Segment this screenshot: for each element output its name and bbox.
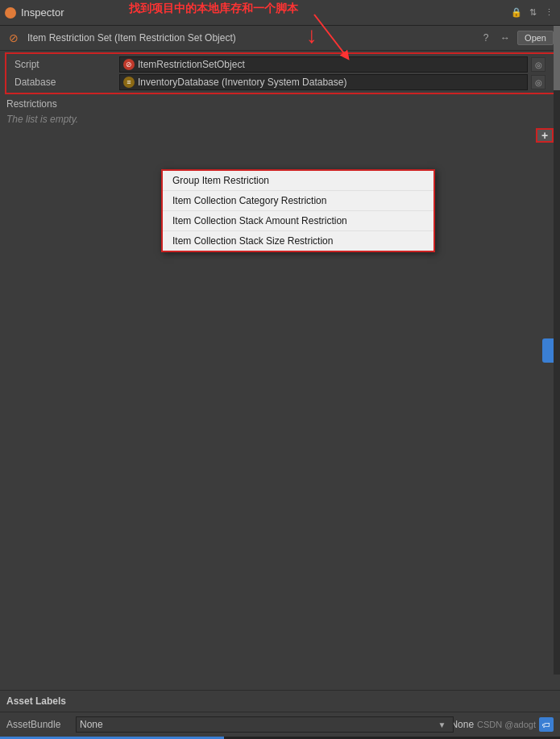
object-restrict-icon: ⊘ [6, 31, 21, 45]
ab-right-section: None CSDN @adogt 🏷 [450, 717, 554, 732]
title-bar-actions: 🔒 ⇅ ⋮ [510, 6, 555, 19]
database-circle-icon: ≡ [123, 77, 135, 88]
layout-toggle-button[interactable]: ↔ [498, 31, 512, 45]
object-header: ⊘ Item Restriction Set (Item Restriction… [0, 26, 560, 51]
restriction-dropdown: Group Item Restriction Item Collection C… [161, 169, 435, 252]
dropdown-item-group[interactable]: Group Item Restriction [163, 171, 433, 191]
ab-none-label: None [450, 719, 474, 730]
object-title: Item Restriction Set (Item Restriction S… [27, 32, 472, 44]
object-actions: ? ↔ Open [479, 31, 554, 45]
database-value-text: InventoryDatabase (Inventory System Data… [138, 77, 346, 88]
script-value-text: ItemRestrictionSetObject [138, 59, 245, 70]
csdn-label: CSDN @adogt [477, 720, 536, 729]
inspector-icon [5, 7, 16, 19]
asset-bundle-select-container: None ▼ [76, 716, 446, 733]
restrictions-section-label: Restrictions [0, 96, 560, 112]
script-value-container: ⊘ ItemRestrictionSetObject ◎ [119, 56, 545, 73]
asset-bundle-select[interactable]: None [76, 716, 454, 733]
ab-tag-icon[interactable]: 🏷 [539, 717, 554, 732]
script-select-button[interactable]: ◎ [531, 57, 545, 72]
script-label: Script [15, 59, 119, 70]
scroll-thumb[interactable] [554, 26, 560, 90]
asset-bundle-label: AssetBundle [6, 719, 71, 730]
inspector-title: Inspector [21, 6, 64, 19]
script-field-row: Script ⊘ ItemRestrictionSetObject ◎ [8, 56, 552, 73]
database-field-row: Database ≡ InventoryDatabase (Inventory … [8, 73, 552, 91]
layout-button[interactable]: ⇅ [526, 6, 539, 19]
asset-labels-title: Asset Labels [0, 691, 560, 712]
add-row: + [0, 127, 560, 144]
title-bar: Inspector 🔒 ⇅ ⋮ [0, 0, 560, 26]
right-accent-bar [542, 338, 554, 363]
asset-bundle-row: AssetBundle None ▼ None CSDN @adogt 🏷 [0, 712, 560, 737]
database-label: Database [15, 77, 119, 88]
bottom-section: Asset Labels AssetBundle None ▼ None CSD… [0, 690, 560, 739]
open-button[interactable]: Open [517, 31, 554, 45]
database-select-button[interactable]: ◎ [531, 75, 545, 89]
script-circle-icon: ⊘ [123, 59, 135, 70]
dropdown-item-category[interactable]: Item Collection Category Restriction [163, 191, 433, 211]
database-value-container: ≡ InventoryDatabase (Inventory System Da… [119, 74, 545, 90]
empty-list-text: The list is empty. [0, 112, 560, 127]
database-input[interactable]: ≡ InventoryDatabase (Inventory System Da… [119, 74, 528, 90]
add-restriction-button[interactable]: + [536, 128, 554, 143]
lock-button[interactable]: 🔒 [510, 6, 523, 19]
dropdown-item-stack-size[interactable]: Item Collection Stack Size Restriction [163, 231, 433, 251]
help-button[interactable]: ? [479, 31, 493, 45]
script-input[interactable]: ⊘ ItemRestrictionSetObject [119, 56, 528, 73]
inspector-content: Script ⊘ ItemRestrictionSetObject ◎ Data… [0, 52, 560, 144]
dropdown-item-stack-amount[interactable]: Item Collection Stack Amount Restriction [163, 211, 433, 231]
script-db-section: Script ⊘ ItemRestrictionSetObject ◎ Data… [5, 52, 555, 94]
scroll-track [554, 26, 560, 675]
more-button[interactable]: ⋮ [542, 6, 555, 19]
